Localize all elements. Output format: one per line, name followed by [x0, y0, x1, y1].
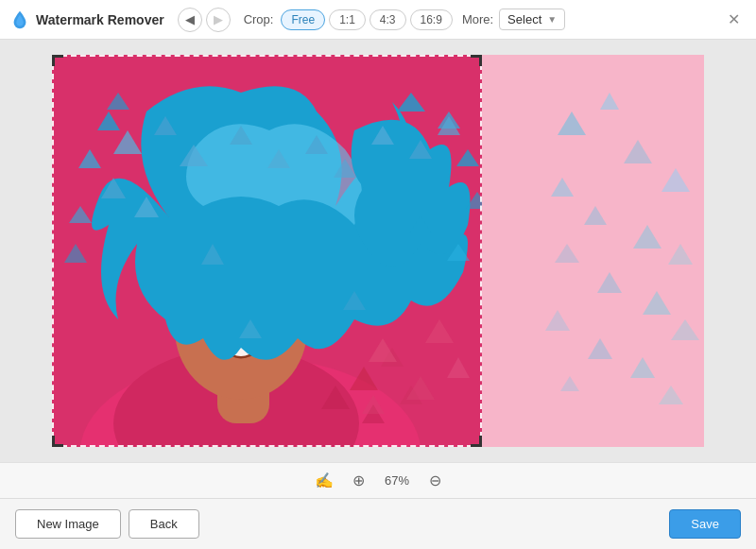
- titlebar: Watermark Remover ◀ ▶ Crop: Free 1:1 4:3…: [0, 0, 756, 40]
- outside-crop-area: [482, 55, 704, 447]
- app-title: Watermark Remover: [36, 12, 164, 27]
- main-photo: [52, 55, 482, 447]
- more-label: More:: [462, 12, 493, 26]
- app-logo-icon: [9, 9, 30, 30]
- photo-inner: [52, 55, 482, 447]
- left-actions: New Image Back: [15, 509, 199, 539]
- woman-svg: [52, 55, 482, 447]
- canvas-area: [0, 40, 756, 462]
- crop-16x9-button[interactable]: 16:9: [410, 9, 453, 30]
- full-image: [52, 55, 704, 447]
- zoom-in-icon[interactable]: ⊕: [349, 470, 369, 491]
- nav-buttons: ◀ ▶: [178, 8, 231, 32]
- dropdown-arrow-icon: ▼: [547, 14, 557, 25]
- back-nav-button[interactable]: ◀: [178, 8, 202, 32]
- zoom-bar: ✍ ⊕ 67% ⊖: [0, 462, 756, 498]
- crop-free-button[interactable]: Free: [281, 9, 325, 30]
- select-dropdown[interactable]: Select ▼: [499, 9, 565, 30]
- save-button[interactable]: Save: [669, 509, 741, 539]
- crop-options: Free 1:1 4:3 16:9: [281, 9, 452, 30]
- hand-tool-icon[interactable]: ✍: [311, 470, 337, 491]
- app-logo: Watermark Remover: [9, 9, 164, 30]
- bottom-bar: New Image Back Save: [0, 498, 756, 549]
- select-label: Select: [507, 12, 541, 26]
- zoom-out-icon[interactable]: ⊖: [425, 470, 445, 491]
- crop-4x3-button[interactable]: 4:3: [369, 9, 406, 30]
- zoom-value: 67%: [380, 473, 414, 488]
- new-image-button[interactable]: New Image: [15, 509, 121, 539]
- crop-1x1-button[interactable]: 1:1: [329, 9, 366, 30]
- close-button[interactable]: ✕: [720, 7, 747, 33]
- back-button[interactable]: Back: [129, 509, 199, 539]
- image-container: [52, 55, 704, 447]
- more-section: More: Select ▼: [462, 9, 565, 30]
- crop-label: Crop:: [244, 12, 274, 26]
- forward-nav-button[interactable]: ▶: [206, 8, 231, 32]
